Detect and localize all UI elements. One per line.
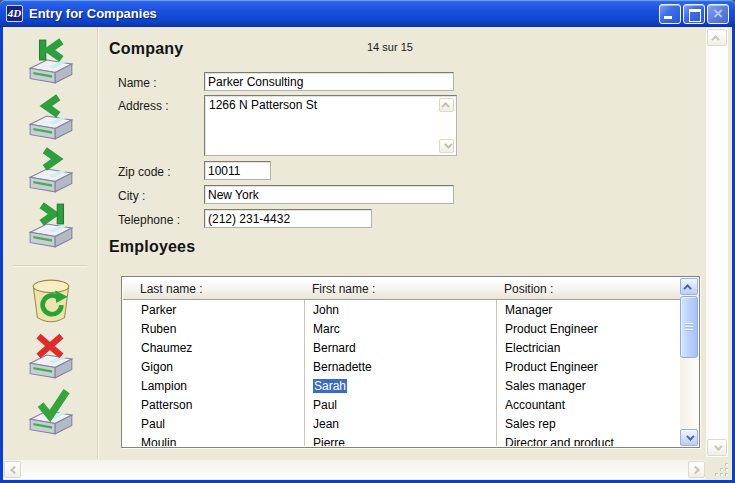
cell-last-name[interactable]: Lampion xyxy=(141,379,187,393)
window-vertical-scrollbar[interactable] xyxy=(706,28,728,457)
telephone-label: Telephone : xyxy=(118,213,180,227)
cell-first-name[interactable]: John xyxy=(313,303,339,317)
zip-code-field[interactable] xyxy=(204,161,271,180)
maximize-button[interactable] xyxy=(683,4,705,24)
cell-first-name[interactable]: Bernard xyxy=(313,341,356,355)
name-label: Name : xyxy=(118,76,157,90)
record-counter: 14 sur 15 xyxy=(367,41,413,53)
cell-first-name[interactable]: Pierre xyxy=(313,436,345,446)
cell-last-name[interactable]: Chaumez xyxy=(141,341,192,355)
cell-position[interactable]: Director and product xyxy=(505,436,614,446)
cell-position[interactable]: Product Engineer xyxy=(505,322,598,336)
accept-button[interactable] xyxy=(25,388,77,438)
table-row-selected: Lampion Sarah Sales manager xyxy=(123,377,680,396)
cell-first-name[interactable]: Marc xyxy=(313,322,340,336)
last-record-button[interactable] xyxy=(25,201,77,251)
window-horizontal-scrollbar[interactable] xyxy=(4,460,705,479)
chevron-right-icon xyxy=(691,465,699,473)
cell-last-name[interactable]: Paul xyxy=(141,417,165,431)
minimize-button[interactable] xyxy=(659,4,681,24)
previous-record-icon xyxy=(25,93,77,143)
chevron-down-icon xyxy=(714,442,722,450)
chevron-down-icon xyxy=(444,140,452,148)
header-first-name: First name : xyxy=(312,282,375,296)
next-record-button[interactable] xyxy=(25,146,77,196)
table-row: Paul Jean Sales rep xyxy=(123,415,680,434)
window-scroll-left-button[interactable] xyxy=(4,461,21,478)
table-row: Gigon Bernadette Product Engineer xyxy=(123,358,680,377)
window-title: Entry for Companies xyxy=(29,6,157,21)
cell-position[interactable]: Sales manager xyxy=(505,379,586,393)
city-field[interactable] xyxy=(204,185,454,204)
table-row: Ruben Marc Product Engineer xyxy=(123,320,680,339)
table-body: Parker John Manager Ruben Marc Product E… xyxy=(123,301,680,446)
toolbar-separator xyxy=(97,27,99,458)
selected-text: Sarah xyxy=(313,379,347,393)
cell-first-name[interactable]: Bernadette xyxy=(313,360,372,374)
previous-record-button[interactable] xyxy=(25,93,77,143)
app-window: 4D Entry for Companies xyxy=(0,0,735,483)
last-record-icon xyxy=(25,201,77,251)
employees-heading: Employees xyxy=(109,238,195,256)
resize-grip[interactable] xyxy=(713,461,729,477)
cell-last-name[interactable]: Patterson xyxy=(141,398,192,412)
address-label: Address : xyxy=(118,99,169,113)
table-header: Last name : First name : Position : xyxy=(123,278,680,300)
window-scroll-right-button[interactable] xyxy=(688,461,705,478)
window-content: Company 14 sur 15 Name : Address : 1266 … xyxy=(3,27,732,480)
close-button[interactable] xyxy=(707,4,729,24)
table-scroll-up-button[interactable] xyxy=(680,278,698,295)
header-last-name: Last name : xyxy=(140,282,203,296)
trash-recycle-icon xyxy=(25,277,77,327)
delete-record-button[interactable] xyxy=(25,277,77,327)
address-value: 1266 N Patterson St xyxy=(209,98,436,112)
4d-app-icon: 4D xyxy=(6,5,23,22)
next-record-icon xyxy=(25,146,77,196)
record-toolbar xyxy=(3,27,97,458)
cell-last-name[interactable]: Moulin xyxy=(141,436,176,446)
chevron-up-icon xyxy=(683,284,691,292)
address-scroll-down-button[interactable] xyxy=(439,139,454,153)
chevron-up-icon xyxy=(711,35,719,43)
cancel-x-icon xyxy=(25,332,77,382)
accept-check-icon xyxy=(25,388,77,438)
cell-first-name[interactable]: Paul xyxy=(313,398,337,412)
city-label: City : xyxy=(118,189,145,203)
cell-position[interactable]: Sales rep xyxy=(505,417,556,431)
cell-position[interactable]: Product Engineer xyxy=(505,360,598,374)
chevron-left-icon xyxy=(10,465,18,473)
name-field[interactable] xyxy=(204,72,454,91)
employees-table: Last name : First name : Position : Park… xyxy=(121,276,700,448)
table-row: Chaumez Bernard Electrician xyxy=(123,339,680,358)
chevron-down-icon xyxy=(686,432,694,440)
address-field[interactable]: 1266 N Patterson St xyxy=(204,95,457,156)
screenshot: 4D Entry for Companies xyxy=(0,0,735,483)
table-vertical-scrollbar[interactable] xyxy=(680,278,698,446)
window-scroll-down-button[interactable] xyxy=(707,439,727,456)
cancel-button[interactable] xyxy=(25,332,77,382)
first-record-button[interactable] xyxy=(25,37,77,87)
table-row: Parker John Manager xyxy=(123,301,680,320)
chevron-up-icon xyxy=(441,102,449,110)
toolbar-divider xyxy=(13,265,87,267)
table-scroll-thumb[interactable] xyxy=(680,296,698,358)
table-row-clipped: Moulin Pierre Director and product xyxy=(123,434,680,446)
first-record-icon xyxy=(25,37,77,87)
address-scrollbar[interactable] xyxy=(438,97,455,154)
cell-first-name-selected[interactable]: Sarah xyxy=(313,379,347,393)
cell-first-name[interactable]: Jean xyxy=(313,417,339,431)
cell-position[interactable]: Accountant xyxy=(505,398,565,412)
titlebar[interactable]: 4D Entry for Companies xyxy=(0,0,735,27)
cell-last-name[interactable]: Gigon xyxy=(141,360,173,374)
grip-dots-icon xyxy=(713,461,729,477)
telephone-field[interactable] xyxy=(204,209,372,228)
header-position: Position : xyxy=(504,282,553,296)
cell-position[interactable]: Manager xyxy=(505,303,552,317)
table-row: Patterson Paul Accountant xyxy=(123,396,680,415)
table-scroll-down-button[interactable] xyxy=(680,429,698,446)
cell-last-name[interactable]: Parker xyxy=(141,303,176,317)
cell-position[interactable]: Electrician xyxy=(505,341,560,355)
cell-last-name[interactable]: Ruben xyxy=(141,322,176,336)
window-scroll-up-button[interactable] xyxy=(707,29,727,46)
address-scroll-up-button[interactable] xyxy=(439,98,454,112)
